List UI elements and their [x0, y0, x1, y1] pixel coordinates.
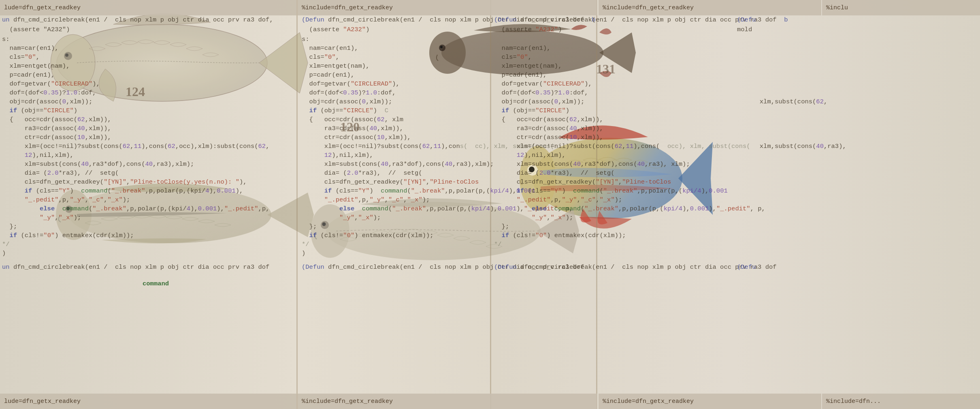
- code-col3-sig2: (Defun dfn_cmd_circlebreak(en1 / cls nop…: [494, 263, 777, 272]
- code-col3-ra3: ra3=cdr(assoc(40,xlm)),: [494, 124, 603, 134]
- code-col3-obj: obj=cdr(assoc(0,xlm));: [494, 97, 584, 107]
- code-col1-xlm2: xlm=(occ!=nil)?subst(cons(62,11),cons(62…: [2, 142, 269, 152]
- code-col1-dia: dia= (2.0*ra3), // setg(: [2, 169, 119, 178]
- code-col1-line2: (asserte "A232"): [2, 25, 70, 35]
- bottom-bar-2: %include=dfn_getx_readkey: [298, 394, 597, 409]
- bottom-text-3: %include=dfn_getx_readkey: [603, 398, 694, 405]
- code-col2-cls2: cls=dfn_getx_readkey("[YN]","Pline-toClo…: [302, 178, 479, 187]
- code-col3-nam: nam=car(en1),: [494, 44, 551, 54]
- code-col3-asserte: (asserte "A232"): [494, 25, 562, 35]
- code-col2-comment: */: [302, 240, 309, 250]
- code-col1-entmakex: if (cls!="0") entmakex(cdr(xlm));: [2, 231, 134, 241]
- code-col1-p: p=cadr(en1),: [2, 71, 55, 80]
- page-number-120: 120: [340, 120, 360, 135]
- code-col4-sig: (Defu: [737, 15, 756, 25]
- code-col3-xlm3: xlm=subst(cons(40,ra3*dof),cons(40,ra3),…: [494, 160, 690, 169]
- header-text-2: %include=dfn_getx_readkey: [302, 4, 393, 11]
- code-col2-pedit: "_.pedit",p,"_y","_c","_x");: [302, 195, 430, 205]
- header-text-3: %include=dfn_getx_readkey: [603, 4, 694, 11]
- code-col1-12: 12),nil,xlm),: [2, 151, 74, 161]
- code-col2-obj: obj=cdr(assoc(0,xlm));: [302, 97, 392, 107]
- code-col2-asserte: (asserte "A232"): [302, 25, 369, 35]
- code-col2-dof2: dof=(dof<0.35)?1.0:dof,: [302, 88, 396, 98]
- code-col2-if: if (obj=="CIRCLE") C: [302, 106, 388, 116]
- code-col2-12: 12),nil,xlm),: [302, 151, 373, 161]
- code-col3-xlm: xlm=entget(nam),: [494, 62, 562, 71]
- code-col1-if2: if (cls=="Y") command("_.break",p,polar(…: [2, 186, 243, 196]
- code-col2-y-x: "_y","_x");: [302, 213, 381, 223]
- code-col1-dof1: dof=getvar("CIRCLERAD"),: [2, 79, 100, 89]
- code-col3-dof1: dof=getvar("CIRCLERAD"),: [494, 79, 592, 89]
- page-container: lude=dfn_getx_readkey %include=dfn_getx_…: [0, 0, 980, 409]
- svg-point-3: [65, 54, 68, 57]
- code-col1-ctr: ctr=cdr(assoc(10,xlm)),: [2, 133, 111, 143]
- code-col3-if2: if (cls=="Y") command("_.break",p,polar(…: [494, 186, 728, 196]
- code-col1-occ: { occ=cdr(assoc(62,xlm)),: [2, 115, 111, 125]
- code-col1-xlm: xlm=entget(nam),: [2, 62, 70, 71]
- page-number-124: 124: [126, 84, 145, 99]
- code-col3-occ: { occ=cdr(assoc(62,xlm)),: [494, 115, 603, 125]
- code-col3-close: };: [494, 222, 509, 232]
- code-col4-mold: mold: [737, 25, 752, 35]
- divider-1: [296, 0, 298, 409]
- code-col3-cls: cls="0",: [494, 53, 532, 62]
- code-col2-dof1: dof=getvar("CIRCLERAD"),: [302, 79, 400, 89]
- svg-point-19: [322, 223, 326, 226]
- code-col2-nam: nam=car(en1),: [302, 44, 358, 54]
- code-col1-blank: ): [2, 249, 6, 259]
- code-col1-pedit: "_.pedit",p,"_y","_c","_x");: [2, 195, 130, 205]
- header-bar-2: %include=dfn_getx_readkey: [298, 0, 597, 15]
- code-col2-xlm: xlm=entget(nam),: [302, 62, 369, 71]
- code-col4-xlm: xlm,subst(cons(62,: [737, 97, 827, 107]
- header-bar-1: lude=dfn_getx_readkey: [0, 0, 296, 15]
- code-col1-comment: */: [2, 240, 10, 250]
- code-col1-s: s:: [2, 35, 10, 45]
- code-col3-ctr: ctr=cdr(assoc(10,xlm)),: [494, 133, 603, 143]
- code-col1-nam: nam=car(en1),: [2, 44, 59, 54]
- bottom-text-1: lude=dfn_getx_readkey: [4, 398, 81, 405]
- header-text-1: lude=dfn_getx_readkey: [4, 4, 81, 11]
- bottom-text-2: %include=dfn_getx_readkey: [302, 398, 393, 405]
- code-col2-s: s:: [302, 35, 309, 45]
- code-col3-if: if (obj=="CIRCLE"): [494, 106, 569, 116]
- code-col3-12: 12),nil,xlm),: [494, 151, 566, 161]
- code-col3-pedit: "_.pedit",p,"_y","_c","_x");: [494, 195, 622, 205]
- command-keyword-highlighted: command: [143, 279, 169, 289]
- page-number-131: 131: [596, 62, 616, 77]
- code-col2-entmakex: if (cls!="0") entmakex(cdr(xlm));: [302, 231, 434, 241]
- bottom-text-4: %include=dfn...: [826, 398, 881, 405]
- code-col3-entmakex: if (cls!="0") entmakex(cdr(xlm));: [494, 231, 626, 241]
- code-col1-dof2: dof=(dof<0.35)?1.0:dof,: [2, 88, 96, 98]
- bottom-bar-3: %include=dfn_getx_readkey: [599, 394, 821, 409]
- code-col1-close: };: [2, 222, 17, 232]
- code-col2-xlm3: xlm=subst(cons(40,ra3*dof),cons(40,ra3),…: [302, 160, 494, 169]
- code-col1-obj: obj=cdr(assoc(0,xlm));: [2, 97, 92, 107]
- svg-point-7: [440, 46, 443, 48]
- page-right: [733, 0, 980, 409]
- code-col2-close: };: [302, 222, 317, 232]
- code-col4-xlm2: xlm,subst(cons(40,ra3),: [737, 142, 846, 152]
- code-col1-if: if (obj=="CIRCLE"): [2, 106, 77, 116]
- code-col3-dia: dia= (2.0*ra3), // setg(: [494, 169, 615, 178]
- code-col1-sig2: un dfn_cmd_circlebreak(en1 / cls nop xlm…: [2, 263, 269, 272]
- code-col3-comment: */: [494, 240, 502, 250]
- code-col3-cls2: cls=dfn_getx_readkey("[YN]","Pline-toClo…: [494, 178, 671, 187]
- code-col1-xlm3: xlm=subst(cons(40,ra3*dof),cons(40,ra3),…: [2, 160, 194, 169]
- code-column-1: un dfn_cmd_circlebreak(en1 / cls nop xlm…: [2, 15, 273, 25]
- header-text-4: %inclu: [826, 4, 848, 11]
- code-col3-xlm2: xlm=(occ!=nil)?subst(cons(62,11),cons( o…: [494, 142, 750, 152]
- code-col1-cls: cls="0",: [2, 53, 40, 62]
- svg-point-5: [429, 32, 466, 74]
- code-col1-y-x: "_y","_x");: [2, 213, 81, 223]
- code-col2-dia: dia= (2.0*ra3), // setg(: [302, 169, 422, 178]
- code-col2-cls: cls="0",: [302, 53, 339, 62]
- code-col1-cls2: cls=dfn_getx_readkey("[YN]","Pline-toClo…: [2, 178, 247, 187]
- code-col3-dof2: dof=(dof<0.35)?1.0:dof,: [494, 88, 588, 98]
- code-col4-sig2: (Defu: [737, 263, 756, 272]
- code-col3-y-x: "_y","_x");: [494, 213, 573, 223]
- code-col1-else: else command("_.break",p,polar(p,(kpi/4)…: [2, 204, 270, 214]
- code-col2-paren: ): [302, 249, 305, 259]
- code-col2-p: p=cadr(en1),: [302, 71, 354, 80]
- code-col3-else: else command("_.break",p,polar(p,(kpi/4)…: [494, 204, 765, 214]
- code-col3-p: p=cadr(en1),: [494, 71, 547, 80]
